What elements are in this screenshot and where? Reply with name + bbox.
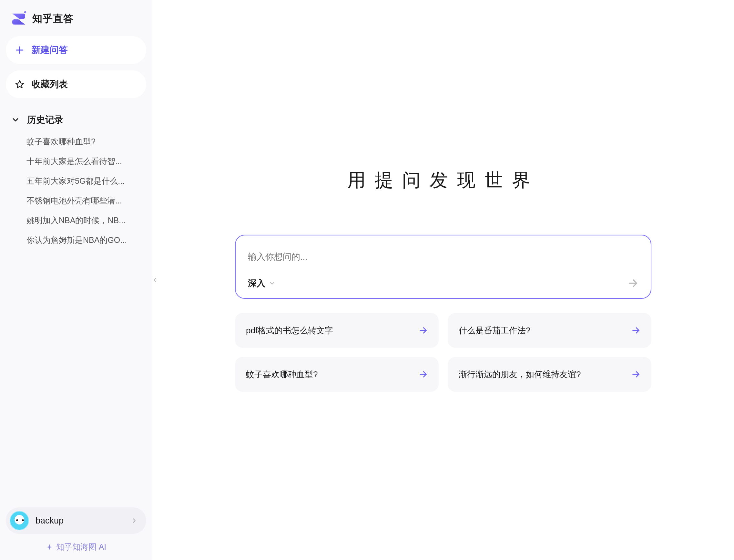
star-icon <box>15 79 25 89</box>
svg-marker-3 <box>16 81 24 88</box>
plus-icon <box>15 45 25 55</box>
suggestion-text: 渐行渐远的朋友，如何维持友谊? <box>459 369 581 380</box>
sidebar-footer: backup 知乎知海图 AI <box>6 507 146 552</box>
mode-toggle[interactable]: 深入 <box>248 277 276 289</box>
arrow-right-icon <box>419 370 428 379</box>
suggestion-card[interactable]: 渐行渐远的朋友，如何维持友谊? <box>448 357 651 392</box>
main-content: 用提问发现世界 深入 pdf格式的书怎么转文字 什么是番茄工作法? 蚊子喜欢哪种… <box>152 0 734 560</box>
user-name: backup <box>36 516 124 526</box>
brand-name: 知乎直答 <box>32 12 74 26</box>
footer-link-label: 知乎知海图 AI <box>56 542 107 552</box>
arrow-right-icon <box>631 326 640 335</box>
sparkle-icon <box>46 544 53 551</box>
suggestion-card[interactable]: 蚊子喜欢哪种血型? <box>235 357 439 392</box>
new-chat-label: 新建问答 <box>32 44 68 56</box>
mode-label: 深入 <box>248 277 265 289</box>
user-menu[interactable]: backup <box>6 507 146 534</box>
arrow-right-icon <box>631 370 640 379</box>
new-chat-button[interactable]: 新建问答 <box>6 36 146 64</box>
history-item[interactable]: 不锈钢电池外壳有哪些潜... <box>6 191 146 211</box>
suggestion-text: 蚊子喜欢哪种血型? <box>246 369 318 380</box>
input-toolbar: 深入 <box>248 277 638 289</box>
suggestions: pdf格式的书怎么转文字 什么是番茄工作法? 蚊子喜欢哪种血型? 渐行渐远的朋友… <box>235 313 651 392</box>
logo-icon <box>10 10 27 27</box>
footer-link[interactable]: 知乎知海图 AI <box>6 542 146 552</box>
history-item[interactable]: 你认为詹姆斯是NBA的GO... <box>6 230 146 250</box>
suggestion-text: pdf格式的书怎么转文字 <box>246 325 333 336</box>
hero-title: 用提问发现世界 <box>347 168 539 193</box>
suggestion-card[interactable]: 什么是番茄工作法? <box>448 313 651 348</box>
avatar <box>10 511 29 530</box>
svg-point-0 <box>24 11 26 13</box>
chevron-down-icon <box>11 115 20 124</box>
suggestion-text: 什么是番茄工作法? <box>459 325 530 336</box>
history-header[interactable]: 历史记录 <box>6 105 146 132</box>
prompt-input[interactable] <box>248 247 638 266</box>
collapse-sidebar-button[interactable] <box>150 268 160 292</box>
chevron-down-icon <box>269 280 276 287</box>
prompt-input-card: 深入 <box>235 235 651 299</box>
history-item[interactable]: 五年前大家对5G都是什么... <box>6 171 146 191</box>
sidebar: 知乎直答 新建问答 收藏列表 历史记录 蚊子喜欢哪种血型? 十年前大家是怎么看待… <box>0 0 152 560</box>
history-title: 历史记录 <box>27 114 63 126</box>
send-button[interactable] <box>627 278 638 289</box>
chevron-right-icon <box>131 517 138 524</box>
history-item[interactable]: 十年前大家是怎么看待智... <box>6 151 146 171</box>
arrow-right-icon <box>419 326 428 335</box>
history-item[interactable]: 蚊子喜欢哪种血型? <box>6 132 146 151</box>
history-list: 蚊子喜欢哪种血型? 十年前大家是怎么看待智... 五年前大家对5G都是什么...… <box>6 132 146 250</box>
favorites-label: 收藏列表 <box>32 78 68 90</box>
suggestion-card[interactable]: pdf格式的书怎么转文字 <box>235 313 439 348</box>
brand[interactable]: 知乎直答 <box>6 10 146 36</box>
favorites-button[interactable]: 收藏列表 <box>6 70 146 98</box>
history-item[interactable]: 姚明加入NBA的时候，NB... <box>6 211 146 230</box>
